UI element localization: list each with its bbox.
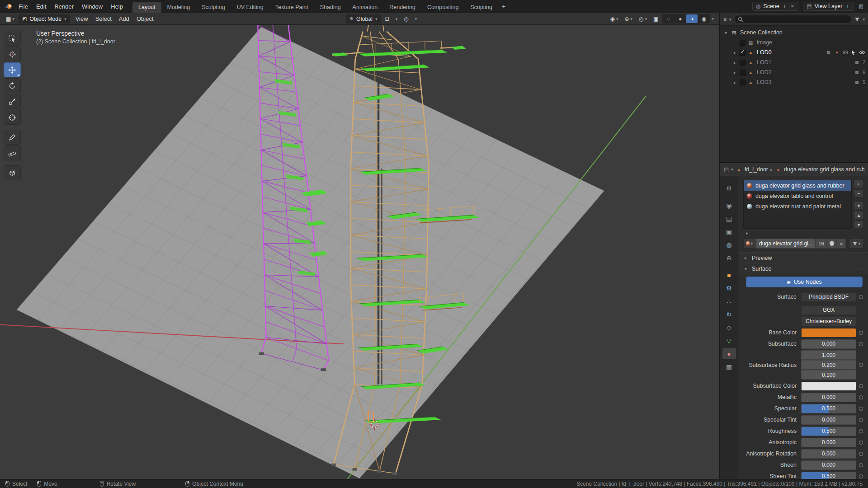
properties-editor-icon[interactable]: ▤: [724, 166, 729, 173]
properties-tab-material[interactable]: ●: [722, 348, 736, 359]
outliner-row-lod1[interactable]: ▸▲LOD1▦7: [720, 57, 868, 67]
tab-animation[interactable]: Animation: [347, 2, 384, 13]
add-slot-button[interactable]: +: [854, 180, 863, 188]
decorator-dot[interactable]: [856, 474, 865, 479]
decorator-dot[interactable]: [856, 331, 865, 335]
property-field-roughness[interactable]: 0.500: [801, 427, 856, 436]
filter-dropdown[interactable]: ▾: [849, 239, 863, 249]
snap-dropdown[interactable]: ▾: [393, 16, 400, 22]
transform-tool[interactable]: [4, 110, 21, 125]
expander-icon[interactable]: ▸: [732, 80, 738, 85]
proportional-editing-toggle[interactable]: ◎: [401, 15, 410, 23]
decorator-dot[interactable]: [856, 418, 865, 422]
rotate-tool[interactable]: [4, 78, 21, 93]
filter-icon[interactable]: [854, 17, 860, 22]
add-workspace-button[interactable]: +: [498, 2, 509, 11]
browse-material-button[interactable]: ▾: [743, 239, 755, 249]
decorator-dot[interactable]: [856, 463, 865, 467]
menu-help[interactable]: Help: [107, 1, 127, 12]
slot-list-grip[interactable]: ▸ ····: [739, 229, 868, 237]
menu-file[interactable]: File: [14, 1, 32, 12]
material-slot[interactable]: duga elevator rust and paint metal: [744, 201, 851, 211]
property-menu-christensen-burley[interactable]: Christensen-Burley: [801, 317, 856, 326]
eye-icon[interactable]: [859, 50, 865, 55]
select-box-tool[interactable]: [4, 31, 21, 46]
decorator-dot[interactable]: [856, 452, 865, 456]
property-menu-ggx[interactable]: GGX: [801, 305, 856, 315]
move-slot-down-button[interactable]: ▾: [854, 221, 863, 229]
unlink-material-button[interactable]: ×: [837, 239, 846, 249]
render-view-icon[interactable]: ▨: [859, 3, 863, 9]
property-field-specular[interactable]: 0.500: [801, 404, 856, 413]
tab-rendering[interactable]: Rendering: [383, 2, 421, 13]
expander-icon[interactable]: ▸: [732, 60, 738, 65]
outliner-search-input[interactable]: [745, 16, 849, 23]
decorator-dot[interactable]: [856, 429, 865, 433]
properties-tab-object-data[interactable]: ▽: [722, 335, 736, 346]
property-field-metallic[interactable]: 0.000: [801, 393, 856, 402]
cursor-tool[interactable]: [4, 47, 21, 61]
properties-tab-render[interactable]: ◉: [722, 200, 736, 211]
cursor-select-icon[interactable]: [850, 50, 857, 55]
mode-dropdown[interactable]: ◩ Object Mode ▾: [19, 14, 70, 23]
shading-rendered[interactable]: ◉: [698, 14, 709, 23]
property-color-subsurface-color[interactable]: [801, 381, 856, 391]
decorator-dot[interactable]: [856, 384, 865, 388]
viewport-menu-view[interactable]: View: [72, 14, 92, 23]
viewport-menu-select[interactable]: Select: [92, 14, 115, 23]
collection-checkbox[interactable]: [740, 70, 745, 75]
property-field-subsurface-radius-2[interactable]: 0.100: [801, 370, 856, 380]
new-view-layer-button[interactable]: +: [845, 3, 850, 9]
expander-icon[interactable]: ▸: [732, 70, 738, 75]
properties-tab-particles[interactable]: ∴: [722, 296, 736, 307]
property-color-base-color[interactable]: [801, 328, 856, 338]
menu-window[interactable]: Window: [78, 1, 107, 12]
outliner-row-lod0[interactable]: ▸▲LOD0▦●99: [720, 47, 868, 57]
slot-specials-button[interactable]: ▾: [854, 202, 863, 210]
outliner-row-scene-collection[interactable]: ▾▤Scene Collection: [720, 28, 868, 38]
property-field-anisotropic[interactable]: 0.000: [801, 438, 856, 447]
viewport-canvas[interactable]: [0, 25, 719, 479]
editor-type-button[interactable]: ▦ ▾: [4, 15, 17, 23]
chevron-down-icon[interactable]: ▾: [712, 17, 714, 21]
panel-preview[interactable]: ▸ Preview: [739, 252, 868, 263]
move-tool[interactable]: [4, 62, 21, 77]
menu-edit[interactable]: Edit: [32, 1, 50, 12]
expander-icon[interactable]: ▾: [723, 30, 729, 35]
shading-solid[interactable]: ●: [675, 14, 686, 23]
decorator-dot[interactable]: [856, 407, 865, 411]
material-slot[interactable]: duga elevator tablo and control: [744, 191, 851, 201]
annotate-tool[interactable]: [4, 130, 21, 145]
outliner-row-lod2[interactable]: ▸▲LOD2▦6: [720, 67, 868, 77]
property-field-specular-tint[interactable]: 0.000: [801, 415, 856, 425]
breadcrumb-object[interactable]: fd_l_door: [745, 166, 768, 173]
tab-sculpting[interactable]: Sculpting: [196, 2, 231, 13]
shading-material[interactable]: ◑: [686, 14, 698, 23]
properties-tab-constraints[interactable]: ◇: [722, 322, 736, 333]
transform-orientation-dropdown[interactable]: ⊕ Global ▾: [346, 14, 381, 23]
collection-checkbox[interactable]: [740, 40, 745, 46]
tab-layout[interactable]: Layout: [132, 2, 161, 13]
scene-selector[interactable]: ◍ Scene + ×: [752, 2, 799, 11]
remove-slot-button[interactable]: −: [854, 189, 863, 197]
property-field-sheen[interactable]: 0.000: [801, 460, 856, 470]
collection-checkbox[interactable]: [740, 80, 745, 85]
users-count-button[interactable]: 16: [816, 239, 827, 249]
menu-render[interactable]: Render: [50, 1, 78, 12]
viewport-menu-add[interactable]: Add: [115, 14, 133, 23]
expander-icon[interactable]: ▸: [732, 50, 738, 55]
view-layer-selector[interactable]: ▤ View Layer +: [803, 2, 854, 11]
expander-icon[interactable]: ▸: [744, 230, 750, 235]
property-field-subsurface[interactable]: 0.000: [801, 339, 856, 349]
measure-tool[interactable]: [4, 145, 21, 160]
shading-wireframe[interactable]: ◌: [663, 14, 674, 23]
fake-user-button[interactable]: [827, 239, 837, 249]
viewport-menu-object[interactable]: Object: [133, 14, 157, 23]
decorator-dot[interactable]: [856, 395, 865, 399]
tab-modeling[interactable]: Modeling: [161, 2, 196, 13]
decorator-dot[interactable]: [856, 295, 865, 299]
property-field-anisotropic-rotation[interactable]: 0.000: [801, 449, 856, 459]
outliner-row-image[interactable]: ▨image: [720, 38, 868, 47]
properties-tab-object[interactable]: ■: [722, 269, 736, 281]
overlays-dropdown[interactable]: ◎▾: [637, 15, 649, 23]
